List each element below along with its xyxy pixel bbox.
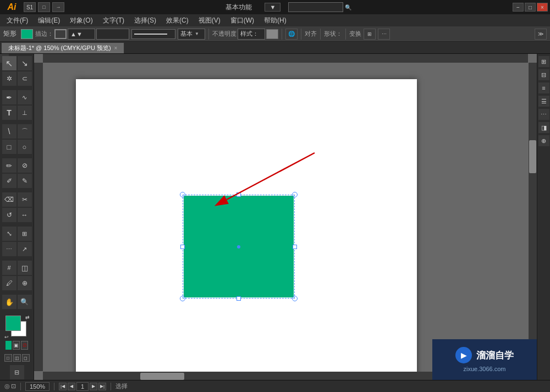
stroke-weight-dropdown[interactable]: ▲▼	[68, 29, 95, 40]
panel-btn-3[interactable]: ≡	[538, 82, 549, 93]
curvature-tool-button[interactable]: ∿	[18, 90, 32, 104]
screen-mode-button[interactable]: ⊟	[10, 365, 24, 379]
panel-btn-4[interactable]: ☰	[538, 96, 549, 107]
symbol-sprayer-button[interactable]: ⋯	[2, 242, 16, 256]
color-mode-button[interactable]	[6, 341, 12, 350]
draw-inside-button[interactable]: ◻	[22, 354, 30, 362]
maximize-button[interactable]: □	[525, 3, 536, 12]
line-segment-tool-button[interactable]: \	[2, 124, 16, 139]
corner-handle-br[interactable]	[292, 296, 298, 301]
panel-btn-1[interactable]: ⊞	[538, 56, 549, 67]
stroke-color-box[interactable]	[54, 29, 67, 39]
shaper-tool-button[interactable]: ✐	[2, 174, 16, 188]
vertical-scroll-thumb[interactable]	[529, 140, 536, 173]
panel-btn-2[interactable]: ⊟	[538, 69, 549, 80]
menu-file[interactable]: 文件(F)	[2, 15, 32, 26]
horizontal-scroll-thumb[interactable]	[140, 373, 184, 380]
page-input[interactable]	[76, 382, 89, 391]
ellipse-tool-button[interactable]: ○	[18, 140, 32, 154]
mesh-tool-button[interactable]: #	[2, 261, 16, 275]
edge-handle-bottom[interactable]	[237, 296, 241, 301]
blend-tool-button[interactable]: ⊕	[18, 276, 32, 290]
gradient-mode-button[interactable]: ▣	[13, 341, 20, 350]
magic-wand-tool-button[interactable]: ✲	[2, 71, 16, 86]
artboard	[76, 79, 417, 380]
style-dropdown[interactable]: 样式：	[238, 29, 265, 40]
menu-edit[interactable]: 编辑(E)	[34, 15, 64, 26]
line-tools-row: \ ⌒	[2, 124, 32, 139]
lasso-tool-button[interactable]: ⊂	[18, 71, 32, 86]
canvas-area[interactable]: /* ruler ticks */	[34, 54, 537, 380]
menu-window[interactable]: 窗口(W)	[226, 15, 258, 26]
draw-behind-button[interactable]: ◫	[13, 354, 21, 362]
corner-handle-tr[interactable]	[292, 192, 298, 197]
search-input[interactable]	[288, 2, 343, 12]
close-button[interactable]: ×	[537, 3, 548, 12]
arrow-button[interactable]: →	[52, 2, 64, 12]
expand-btn[interactable]: ≫	[535, 29, 547, 40]
selection-tool-button[interactable]: ↖	[2, 56, 16, 70]
swap-colors-button[interactable]: ⇄	[25, 314, 30, 320]
s1-button[interactable]: S1	[24, 2, 36, 12]
opacity-color[interactable]	[266, 29, 278, 39]
edge-handle-left[interactable]	[180, 245, 185, 249]
transform-btn[interactable]: ⊞	[364, 29, 376, 40]
draw-normal-button[interactable]: □	[4, 354, 12, 362]
stroke-style-dropdown[interactable]	[96, 29, 129, 40]
arc-tool-button[interactable]: ⌒	[18, 124, 32, 139]
corner-handle-bl[interactable]	[180, 296, 185, 301]
first-page-button[interactable]: |◀	[59, 383, 67, 390]
column-graph-button[interactable]: ↗	[18, 242, 32, 256]
warp-tool-button[interactable]: ⤡	[2, 227, 16, 241]
type-tool-button[interactable]: T	[2, 106, 16, 120]
panel-btn-5[interactable]: ⋯	[538, 109, 549, 120]
zoom-input[interactable]	[25, 382, 50, 391]
menu-type[interactable]: 文字(T)	[98, 15, 129, 26]
paintbrush-tool-button[interactable]: ✏	[2, 158, 16, 173]
next-page-button[interactable]: ▶	[90, 383, 97, 390]
panel-btn-7[interactable]: ⊕	[538, 135, 549, 146]
rotate-tool-button[interactable]: ↺	[2, 208, 16, 222]
prev-page-button[interactable]: ◀	[68, 383, 75, 390]
none-mode-button[interactable]: ∅	[21, 341, 28, 350]
pen-tool-button[interactable]: ✒	[2, 90, 16, 104]
menu-view[interactable]: 视图(V)	[194, 15, 225, 26]
vertical-scrollbar[interactable]	[529, 63, 537, 371]
document-tab[interactable]: 未标题-1* @ 150% (CMYK/GPU 预览) ×	[1, 42, 124, 53]
workspace-dropdown[interactable]: ▼	[265, 3, 280, 12]
foreground-color-box[interactable]	[6, 316, 21, 331]
toolbar-separator-5	[345, 29, 346, 40]
reset-colors-button[interactable]: ↩	[4, 334, 9, 340]
gradient-tool-button[interactable]: ◫	[18, 261, 32, 275]
menu-help[interactable]: 帮助(H)	[260, 15, 291, 26]
direct-selection-tool-button[interactable]: ↘	[18, 56, 32, 70]
rectangle-tool-button[interactable]: □	[2, 140, 16, 154]
free-transform-button[interactable]: ⊞	[18, 227, 32, 241]
green-rectangle[interactable]	[184, 196, 294, 297]
edge-handle-right[interactable]	[293, 245, 297, 249]
scissors-tool-button[interactable]: ✂	[18, 192, 32, 207]
menu-object[interactable]: 对象(O)	[65, 15, 97, 26]
zoom-tool-button[interactable]: 🔍	[18, 295, 32, 309]
tab-close-button[interactable]: ×	[114, 45, 118, 51]
hand-tool-button[interactable]: ✋	[2, 295, 16, 309]
reflect-tool-button[interactable]: ↔	[18, 208, 32, 222]
menu-effect[interactable]: 效果(C)	[162, 15, 193, 26]
more-btn[interactable]: ⋯	[378, 29, 390, 40]
menu-select[interactable]: 选择(S)	[130, 15, 161, 26]
panel-btn-6[interactable]: ◨	[538, 122, 549, 133]
eraser-tool-button[interactable]: ⌫	[2, 192, 16, 207]
corner-handle-tl[interactable]	[180, 192, 185, 197]
edge-handle-top[interactable]	[237, 192, 241, 197]
last-page-button[interactable]: ▶|	[98, 383, 106, 390]
arrange-button[interactable]: □	[38, 2, 50, 12]
fill-color-box[interactable]	[21, 29, 33, 39]
selected-shape-container[interactable]	[184, 196, 294, 297]
basic-dropdown[interactable]: 基本 ▼	[178, 29, 205, 40]
blob-brush-button[interactable]: ⊘	[18, 158, 32, 173]
touch-type-button[interactable]: ⊥	[18, 106, 32, 120]
pencil-tool-button[interactable]: ✎	[18, 174, 32, 188]
globe-btn[interactable]: 🌐	[285, 29, 298, 40]
minimize-button[interactable]: −	[513, 3, 524, 12]
eyedropper-tool-button[interactable]: 🖊	[2, 276, 16, 290]
